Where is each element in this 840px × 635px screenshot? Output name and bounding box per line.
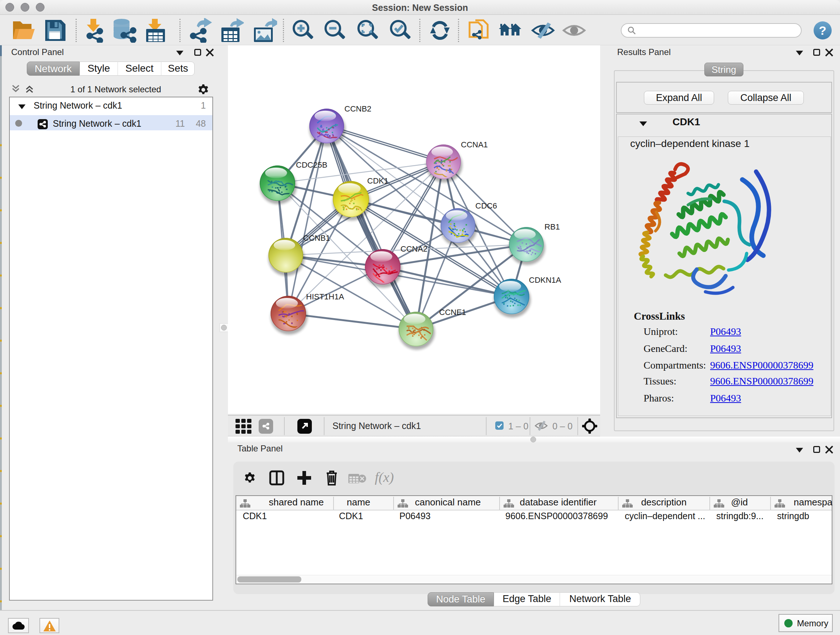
svg-text:CDC6: CDC6 [475,201,497,211]
svg-text:CCNB2: CCNB2 [344,104,371,113]
svg-text:CCNA1: CCNA1 [461,140,488,149]
svg-text:RB1: RB1 [545,222,560,231]
svg-text:CDK1: CDK1 [367,176,388,185]
svg-text:CCNE1: CCNE1 [439,308,466,317]
svg-text:CCNA2: CCNA2 [401,244,428,253]
svg-text:CDC25B: CDC25B [296,160,327,169]
svg-text:HIST1H1A: HIST1H1A [306,292,344,301]
svg-text:CDKN1A: CDKN1A [529,276,561,285]
svg-text:CCNB1: CCNB1 [303,233,330,242]
